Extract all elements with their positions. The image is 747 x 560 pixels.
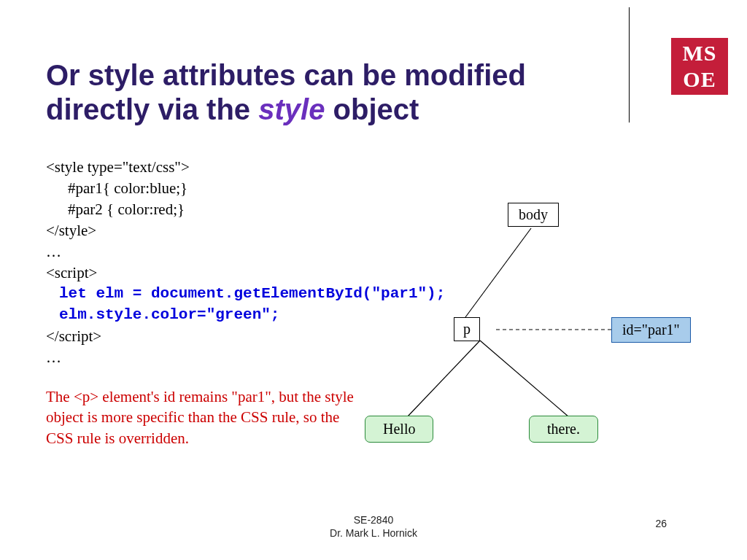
explanation-note: The <p> element's id remains "par1", but… [46,386,360,448]
title-part2: object [325,93,419,125]
svg-line-0 [465,228,531,317]
svg-line-1 [407,341,480,417]
node-attr: id="par1" [611,317,691,343]
logo-line1: MS [671,40,728,66]
node-p: p [454,317,480,341]
svg-line-2 [480,341,569,417]
footer-author: Dr. Mark L. Hornick [0,526,747,540]
node-body: body [508,203,559,227]
footer: SE-2840 Dr. Mark L. Hornick [0,513,747,540]
page-number: 26 [655,518,667,529]
code-l10: … [46,349,61,366]
leaf-there: there. [529,416,598,443]
title-em: style [258,93,325,125]
dom-tree-diagram: body p id="par1" Hello there. [350,190,729,467]
footer-course: SE-2840 [0,513,747,526]
slide-title: Or style attributes can be modified dire… [46,58,608,127]
code-l4: </style> [46,222,96,239]
code-l5: … [46,243,61,260]
code-l1: <style type="text/css"> [46,158,190,176]
leaf-hello: Hello [365,416,433,443]
separator-line [629,7,630,122]
code-l6: <script> [46,264,97,281]
logo-line2: OE [671,66,728,93]
msoe-logo: MS OE [671,38,728,95]
code-l9: </script> [46,327,101,345]
